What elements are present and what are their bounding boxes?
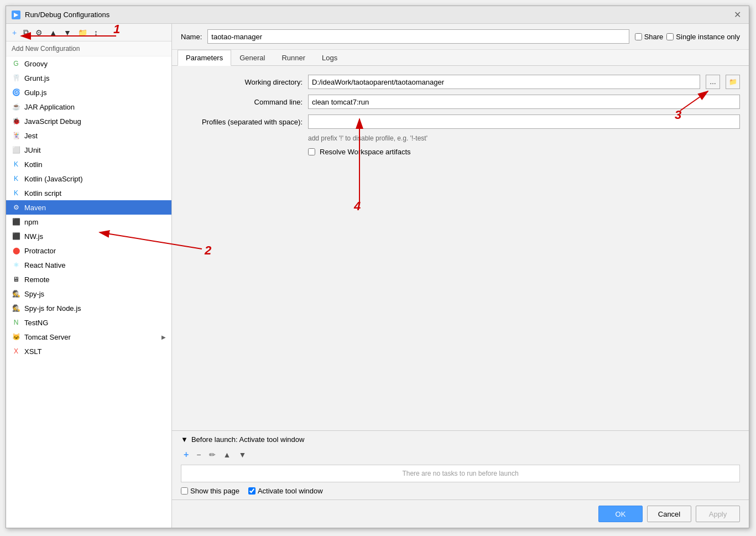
jest-icon: 🃏 (12, 131, 20, 140)
tasks-empty-message: There are no tasks to run before launch (402, 470, 518, 477)
sidebar-item-spy-js[interactable]: 🕵 Spy-js (6, 287, 171, 301)
content-area: Working directory: … 📁 Command line: Pro… (172, 66, 749, 430)
dialog-icon: ▶ (12, 11, 20, 19)
testng-icon: N (12, 318, 20, 327)
add-new-config-label: Add New Configuration (6, 41, 171, 56)
add-config-button[interactable]: + (9, 27, 19, 39)
react-native-icon: ⚛ (12, 261, 20, 269)
working-directory-folder-btn[interactable]: 📁 (726, 75, 740, 89)
sidebar-item-tomcat[interactable]: 🐱 Tomcat Server ▶ (6, 330, 171, 344)
tasks-empty-box: There are no tasks to run before launch (181, 465, 740, 482)
show-row: Show this page Activate tool window (181, 487, 740, 495)
sidebar-item-groovy[interactable]: G Groovy (6, 56, 171, 71)
before-launch-section: ▼ Before launch: Activate tool window + … (172, 430, 749, 499)
sidebar-item-kotlin[interactable]: K Kotlin (6, 157, 171, 171)
working-directory-browse-btn[interactable]: … (706, 75, 720, 89)
move-down-button[interactable]: ▼ (61, 27, 74, 39)
move-task-up-button[interactable]: ▲ (221, 448, 234, 461)
profiles-hint: add prefix '!' to disable profile, e.g. … (308, 134, 740, 142)
sidebar-item-gulp[interactable]: 🌀 Gulp.js (6, 85, 171, 100)
command-line-input[interactable] (308, 95, 740, 109)
move-up-button[interactable]: ▲ (46, 27, 60, 39)
kotlin-js-icon: K (12, 174, 20, 183)
jar-icon: ☕ (12, 102, 20, 111)
sidebar-item-protractor[interactable]: ⬤ Protractor (6, 243, 171, 258)
activate-window-label: Activate tool window (258, 487, 323, 495)
sidebar-item-spy-node[interactable]: 🕵 Spy-js for Node.js (6, 301, 171, 315)
sort-button[interactable]: ↕ (91, 27, 101, 39)
before-launch-header[interactable]: ▼ Before launch: Activate tool window (181, 435, 740, 444)
share-checkbox[interactable] (635, 33, 642, 40)
resolve-workspace-label: Resolve Workspace artifacts (320, 148, 411, 156)
kotlin-script-icon: K (12, 189, 20, 197)
profiles-input[interactable] (308, 115, 740, 129)
protractor-icon: ⬤ (12, 246, 20, 255)
sidebar-item-jsdebug[interactable]: 🐞 JavaScript Debug (6, 114, 171, 128)
sidebar-toolbar: + ⧉ ⚙ ▲ ▼ 📁 ↕ (6, 24, 171, 41)
show-page-wrap: Show this page (181, 487, 239, 495)
name-input[interactable] (207, 29, 629, 44)
sidebar-item-kotlin-js[interactable]: K Kotlin (JavaScript) (6, 171, 171, 186)
single-instance-checkbox[interactable] (666, 33, 674, 40)
dialog-title: Run/Debug Configurations (25, 11, 110, 19)
show-page-label: Show this page (190, 487, 239, 495)
tab-parameters[interactable]: Parameters (178, 50, 231, 66)
bottom-bar: OK Cancel Apply (172, 499, 749, 528)
remove-task-button[interactable]: − (194, 448, 204, 461)
resolve-workspace-row: Resolve Workspace artifacts (308, 148, 740, 156)
ok-button[interactable]: OK (598, 506, 643, 522)
edit-task-button[interactable]: ✏ (206, 448, 218, 461)
folder-button[interactable]: 📁 (75, 27, 90, 39)
sidebar-item-jest[interactable]: 🃏 Jest (6, 128, 171, 143)
sidebar-item-remote[interactable]: 🖥 Remote (6, 272, 171, 287)
kotlin-icon: K (12, 160, 20, 169)
sidebar-item-xslt[interactable]: X XSLT (6, 344, 171, 358)
groovy-icon: G (12, 59, 20, 68)
single-instance-checkbox-wrap: Single instance only (666, 33, 740, 41)
share-label: Share (644, 33, 664, 41)
profiles-label: Profiles (separated with space): (181, 118, 303, 126)
junit-icon: ⬜ (12, 145, 20, 154)
command-line-label: Command line: (181, 98, 303, 106)
sidebar-item-grunt[interactable]: 🦷 Grunt.js (6, 71, 171, 85)
tab-general[interactable]: General (231, 50, 273, 66)
sidebar: + ⧉ ⚙ ▲ ▼ 📁 ↕ Add New Configuration G Gr… (6, 24, 172, 528)
before-launch-expand-icon: ▼ (181, 435, 188, 444)
gulp-icon: 🌀 (12, 88, 20, 97)
working-directory-label: Working directory: (181, 78, 303, 86)
close-button[interactable]: ✕ (732, 9, 743, 20)
sidebar-item-npm[interactable]: ⬛ npm (6, 215, 171, 229)
command-line-row: Command line: (181, 95, 740, 109)
name-label: Name: (181, 33, 202, 41)
xslt-icon: X (12, 347, 20, 356)
sidebar-item-junit[interactable]: ⬜ JUnit (6, 143, 171, 157)
single-instance-label: Single instance only (676, 33, 740, 41)
edit-defaults-button[interactable]: ⚙ (33, 27, 45, 39)
right-panel: Name: Share Single instance only Paramet… (172, 24, 749, 528)
tab-logs[interactable]: Logs (314, 50, 346, 66)
sidebar-item-kotlin-script[interactable]: K Kotlin script (6, 186, 171, 200)
copy-config-button[interactable]: ⧉ (20, 26, 32, 39)
grunt-icon: 🦷 (12, 74, 20, 82)
show-page-checkbox[interactable] (181, 487, 188, 495)
add-task-button[interactable]: + (181, 448, 191, 461)
resolve-workspace-checkbox[interactable] (308, 148, 315, 155)
cancel-button[interactable]: Cancel (647, 506, 691, 522)
sidebar-item-jar[interactable]: ☕ JAR Application (6, 100, 171, 114)
sidebar-item-nwjs[interactable]: ⬛ NW.js (6, 229, 171, 243)
sidebar-item-maven[interactable]: ⚙ Maven (6, 200, 171, 215)
spy-node-icon: 🕵 (12, 304, 20, 313)
move-task-down-button[interactable]: ▼ (236, 448, 249, 461)
tab-runner[interactable]: Runner (273, 50, 314, 66)
sidebar-item-react-native[interactable]: ⚛ React Native (6, 258, 171, 272)
apply-button[interactable]: Apply (696, 506, 740, 522)
sidebar-item-testng[interactable]: N TestNG (6, 315, 171, 330)
share-checkbox-wrap: Share (635, 33, 664, 41)
tomcat-arrow-icon: ▶ (161, 334, 166, 340)
spy-js-icon: 🕵 (12, 289, 20, 298)
tomcat-icon: 🐱 (12, 332, 20, 341)
maven-icon: ⚙ (12, 203, 20, 212)
npm-icon: ⬛ (12, 217, 20, 226)
working-directory-input[interactable] (308, 75, 700, 89)
activate-window-checkbox[interactable] (248, 487, 256, 495)
